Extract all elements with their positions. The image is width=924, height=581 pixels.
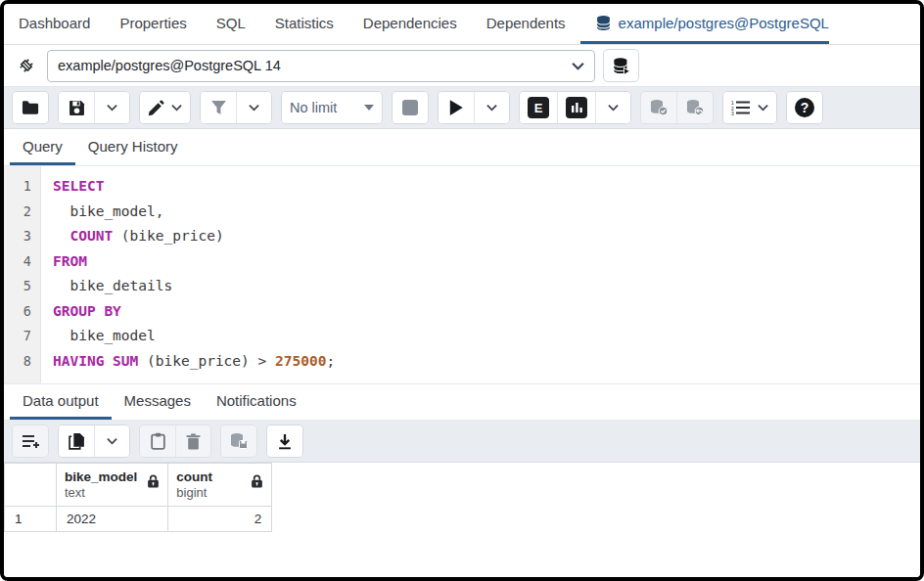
save-data-changes-button[interactable]: [221, 425, 256, 457]
copy-icon: [69, 432, 85, 450]
filter-dropdown-button[interactable]: [236, 92, 271, 123]
save-icon: [69, 100, 85, 116]
tab-notifications[interactable]: Notifications: [204, 384, 309, 420]
chevron-down-icon: [572, 62, 584, 70]
filter-icon: [210, 100, 227, 115]
delete-row-icon: [186, 433, 201, 450]
sql-code-area[interactable]: SELECT bike_model, COUNT (bike_price) FR…: [41, 166, 920, 383]
cell-count[interactable]: 2: [168, 507, 272, 532]
code-line: GROUP BY: [53, 299, 920, 325]
copy-dropdown-button[interactable]: [94, 425, 129, 457]
macros-list-icon: 123: [731, 100, 751, 115]
tab-query-tool-active[interactable]: example/postgres@PostgreSQL: [580, 4, 829, 44]
paste-icon: [151, 432, 165, 450]
cell-bike-model[interactable]: 2022: [57, 507, 168, 532]
chevron-down-icon: [486, 104, 497, 112]
sql-editor[interactable]: 1 2 3 4 5 6 7 8 SELECT bike_model, COUNT…: [4, 166, 920, 383]
help-button[interactable]: ?: [787, 92, 822, 123]
connection-bar: example/postgres@PostgreSQL 14: [4, 45, 920, 87]
output-tab-bar: Data output Messages Notifications: [4, 383, 920, 421]
add-row-icon: [22, 433, 40, 449]
download-csv-icon: [277, 433, 293, 450]
execute-button[interactable]: [439, 92, 474, 123]
tab-statistics[interactable]: Statistics: [260, 4, 348, 44]
commit-button[interactable]: [641, 92, 676, 123]
lock-icon: [147, 474, 160, 501]
caret-down-icon: [364, 105, 374, 111]
results-grid: bike_model text count bigint: [4, 463, 920, 577]
pgadmin-query-tool-window: Dashboard Properties SQL Statistics Depe…: [0, 0, 924, 581]
chevron-down-icon: [107, 104, 117, 112]
edit-pencil-icon: [148, 100, 164, 116]
chevron-down-icon: [171, 104, 182, 112]
stop-icon: [402, 100, 418, 115]
code-line: SELECT: [53, 174, 920, 200]
explain-analyze-icon: [566, 97, 587, 118]
connection-select[interactable]: example/postgres@PostgreSQL 14: [47, 50, 595, 82]
tab-query[interactable]: Query: [10, 129, 75, 165]
tab-dependencies[interactable]: Dependencies: [348, 4, 472, 44]
chevron-down-icon: [249, 104, 259, 112]
table-row: 1 2022 2: [5, 507, 272, 532]
object-tab-bar: Dashboard Properties SQL Statistics Depe…: [4, 4, 920, 45]
chevron-down-icon: [758, 104, 768, 112]
tab-data-output[interactable]: Data output: [10, 384, 112, 420]
edit-menu-button[interactable]: [140, 92, 190, 123]
column-header-bike-model[interactable]: bike_model text: [57, 464, 168, 507]
filter-button[interactable]: [201, 92, 236, 123]
rollback-icon: [685, 99, 705, 116]
paste-button[interactable]: [140, 425, 175, 457]
row-limit-select[interactable]: No limit: [282, 92, 382, 123]
connection-plug-icon: [14, 55, 39, 76]
save-dropdown-button[interactable]: [94, 92, 129, 123]
tab-query-history[interactable]: Query History: [75, 129, 191, 165]
column-header-count[interactable]: count bigint: [168, 464, 272, 507]
editor-tab-bar: Query Query History: [4, 129, 920, 166]
grid-header-row: bike_model text count bigint: [5, 464, 272, 507]
open-file-button[interactable]: [13, 92, 48, 123]
line-number-gutter: 1 2 3 4 5 6 7 8: [4, 166, 41, 383]
delete-row-button[interactable]: [175, 425, 210, 457]
data-output-toolbar: [4, 421, 920, 463]
svg-text:3: 3: [731, 111, 734, 115]
code-line: bike_model: [53, 324, 920, 349]
download-button[interactable]: [267, 425, 302, 457]
database-icon: [595, 15, 612, 31]
play-icon: [448, 99, 464, 116]
tab-messages[interactable]: Messages: [112, 384, 204, 420]
tab-dependents[interactable]: Dependents: [472, 4, 580, 44]
explain-dropdown-button[interactable]: [595, 92, 630, 123]
explain-icon: E: [528, 97, 549, 118]
explain-button[interactable]: E: [520, 92, 557, 123]
add-row-button[interactable]: [13, 425, 48, 457]
tab-sql[interactable]: SQL: [202, 4, 260, 44]
folder-open-icon: [22, 100, 40, 115]
copy-button[interactable]: [59, 425, 94, 457]
query-toolbar: No limit E: [4, 87, 920, 129]
code-line: FROM: [53, 249, 920, 275]
execute-dropdown-button[interactable]: [474, 92, 509, 123]
help-icon: ?: [795, 98, 814, 117]
explain-analyze-button[interactable]: [557, 92, 595, 123]
row-number-cell[interactable]: 1: [5, 507, 57, 532]
code-line: HAVING SUM (bike_price) > 275000;: [53, 349, 920, 375]
cancel-query-button[interactable]: [393, 92, 428, 123]
chevron-down-icon: [107, 437, 117, 445]
chevron-down-icon: [608, 104, 619, 112]
lock-icon: [251, 474, 263, 501]
tab-properties[interactable]: Properties: [105, 4, 201, 44]
database-new-connection-icon: [612, 57, 630, 75]
rollback-button[interactable]: [676, 92, 713, 123]
save-button[interactable]: [59, 92, 94, 123]
commit-icon: [649, 99, 669, 116]
tab-dashboard[interactable]: Dashboard: [4, 4, 105, 44]
save-data-changes-icon: [229, 432, 249, 450]
new-connection-button[interactable]: [603, 49, 639, 82]
code-line: COUNT (bike_price): [53, 224, 920, 249]
code-line: bike_model,: [53, 200, 920, 225]
code-line: bike_details: [53, 274, 920, 299]
grid-corner-cell[interactable]: [5, 464, 57, 507]
macros-button[interactable]: 123: [723, 92, 776, 123]
